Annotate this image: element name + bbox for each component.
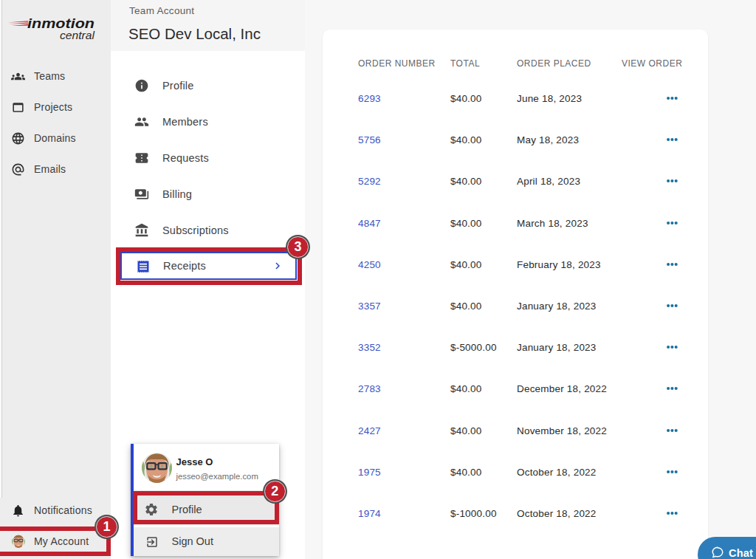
svg-text:inmotion: inmotion (27, 16, 94, 31)
svg-text:central: central (60, 30, 95, 41)
